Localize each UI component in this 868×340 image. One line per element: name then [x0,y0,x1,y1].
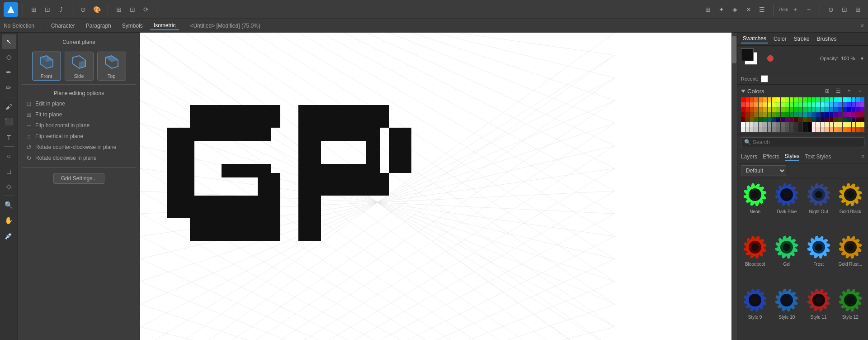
color-cell[interactable] [816,117,820,122]
color-cell[interactable] [750,97,754,102]
red-color-btn[interactable] [767,55,774,62]
rotate-ccw-option[interactable]: ↺ Rotate counter-clockwise in plane [22,142,136,153]
zoom-out-btn[interactable]: − [802,3,815,16]
color-cell[interactable] [838,102,842,107]
color-cell[interactable] [807,122,811,127]
tab-isometric[interactable]: Isometric [150,21,179,30]
eraser-btn[interactable]: ✕ [742,3,755,16]
pencil-tool[interactable]: ✏ [2,81,16,95]
node-tool[interactable]: ◇ [2,50,16,64]
color-cell[interactable] [856,112,860,117]
color-cell[interactable] [750,102,754,107]
tab-character[interactable]: Character [47,22,79,30]
color-cell[interactable] [807,102,811,107]
color-cell[interactable] [790,102,794,107]
color-cell[interactable] [785,122,789,127]
styles-select[interactable]: Default [741,165,786,176]
color-cell[interactable] [763,112,767,117]
color-cell[interactable] [812,112,816,117]
color-cell[interactable] [741,127,745,132]
brushes-tab[interactable]: Brushes [815,35,838,43]
scrollbar-thumb[interactable] [732,36,736,63]
color-cell[interactable] [838,112,842,117]
color-cell[interactable] [763,117,767,122]
style-item-frost[interactable]: Frost [805,235,833,283]
color-cell[interactable] [772,107,776,112]
color-cell[interactable] [834,122,838,127]
iso-tool[interactable]: ◇ [2,179,16,194]
color-cell[interactable] [803,122,807,127]
color-cell[interactable] [830,112,834,117]
color-cell[interactable] [798,117,802,122]
color-cell[interactable] [798,122,802,127]
color-cell[interactable] [790,112,794,117]
color-cell[interactable] [856,122,860,127]
rotate-cw-option[interactable]: ↻ Rotate clockwise in plane [22,153,136,163]
color-cell[interactable] [745,107,750,112]
style-item-style-12[interactable]: Style 12 [836,287,864,336]
color-cell[interactable] [794,107,798,112]
color-cell[interactable] [816,112,820,117]
color-cell[interactable] [847,102,851,107]
color-cell[interactable] [821,97,825,102]
color-cell[interactable] [843,127,847,132]
color-cell[interactable] [847,97,851,102]
color-cell[interactable] [830,122,834,127]
color-cell[interactable] [759,97,763,102]
color-cell[interactable] [860,127,864,132]
paint-btn[interactable]: 🎨 [90,3,103,16]
color-cell[interactable] [763,127,767,132]
grid-view-btn[interactable]: ⊞ [113,3,125,16]
grid-btn[interactable]: ⊡ [41,3,54,16]
rect-tool[interactable]: □ [2,164,16,178]
tab-paragraph[interactable]: Paragraph [82,22,115,30]
color-cell[interactable] [843,112,847,117]
color-cell[interactable] [741,122,745,127]
color-cell[interactable] [843,97,847,102]
eyedrop-tool[interactable]: 💉 [2,229,16,243]
share-btn[interactable]: ⤴ [55,3,67,16]
color-cell[interactable] [759,102,763,107]
color-cell[interactable] [852,122,856,127]
color-cell[interactable] [785,107,789,112]
color-cell[interactable] [856,97,860,102]
select-tool[interactable]: ↖ [2,34,16,49]
color-cell[interactable] [843,122,847,127]
color-cell[interactable] [741,112,745,117]
color-cell[interactable] [759,107,763,112]
color-cell[interactable] [856,127,860,132]
colors-grid-btn[interactable]: ⊞ [823,86,832,96]
layers-tab[interactable]: Layers [741,153,757,161]
color-cell[interactable] [763,107,767,112]
style-item-bloodpool[interactable]: Bloodpool [741,235,769,283]
color-cell[interactable] [856,117,860,122]
color-cell[interactable] [754,102,758,107]
color-cell[interactable] [768,107,772,112]
style-item-night-out[interactable]: Night Out [805,182,833,231]
pen-btn[interactable]: ✦ [715,3,728,16]
color-cell[interactable] [847,127,851,132]
color-cell[interactable] [803,107,807,112]
color-cell[interactable] [856,107,860,112]
color-cell[interactable] [754,122,758,127]
color-cell[interactable] [772,97,776,102]
paint-tool[interactable]: 🖌 [2,99,16,114]
color-cell[interactable] [807,117,811,122]
color-cell[interactable] [852,127,856,132]
color-cell[interactable] [838,122,842,127]
color-cell[interactable] [852,102,856,107]
color-cell[interactable] [754,112,758,117]
color-cell[interactable] [790,122,794,127]
color-cell[interactable] [860,122,864,127]
color-cell[interactable] [776,112,780,117]
opacity-dropdown-btn[interactable]: ▼ [860,56,864,61]
style-item-style-10[interactable]: Style 10 [773,287,801,336]
plane-front-btn[interactable]: Front [32,52,61,81]
color-cell[interactable] [794,112,798,117]
color-cell[interactable] [816,122,820,127]
flip-vertical-option[interactable]: ↕ Flip vertical in plane [22,131,136,142]
color-cell[interactable] [781,102,785,107]
color-cell[interactable] [807,107,811,112]
color-cell[interactable] [834,102,838,107]
color-cell[interactable] [763,102,767,107]
